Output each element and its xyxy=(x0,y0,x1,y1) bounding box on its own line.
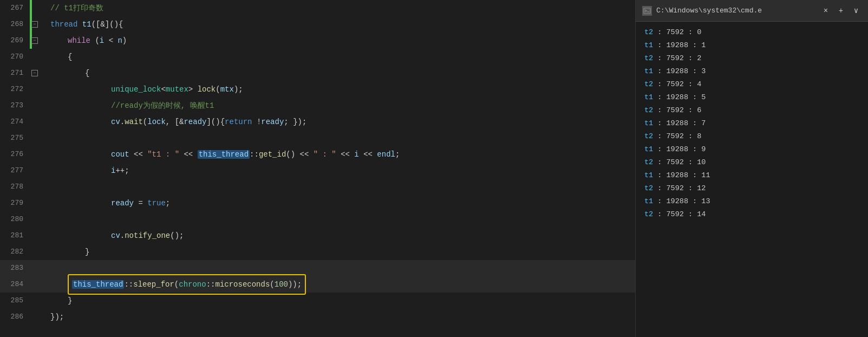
code-content: this_thread :: sleep_for ( chrono :: mic… xyxy=(40,276,635,293)
code-token: thread xyxy=(50,16,77,33)
line-number: 274 xyxy=(0,114,30,130)
code-token: t1 xyxy=(82,16,92,33)
line-number: 272 xyxy=(0,81,30,98)
terminal-header: C:\Windows\system32\cmd.e × + ∨ xyxy=(636,0,868,22)
code-content: i ++; xyxy=(40,163,635,179)
terminal-icon xyxy=(642,6,652,16)
code-content: cv . wait ( lock , [& ready ](){ return … xyxy=(40,114,635,130)
table-row: 267 // t1打印奇数 xyxy=(0,0,635,16)
gutter xyxy=(30,98,40,114)
terminal-line: t1 : 19288 : 13 xyxy=(644,195,859,208)
chevron-down-icon[interactable]: ∨ xyxy=(851,5,862,16)
line-number: 269 xyxy=(0,33,30,49)
code-content: while ( i < n ) xyxy=(40,33,635,49)
gutter xyxy=(30,211,40,228)
table-row: 273 //ready为假的时候, 唤醒t1 xyxy=(0,98,635,114)
terminal-line: t1 : 19288 : 9 xyxy=(644,143,859,156)
line-number: 285 xyxy=(0,293,30,309)
line-number: 286 xyxy=(0,309,30,325)
code-content: }); xyxy=(40,309,635,325)
line-number: 271 xyxy=(0,65,30,81)
line-number: 275 xyxy=(0,130,30,146)
gutter xyxy=(30,195,40,211)
terminal-line: t2 : 7592 : 10 xyxy=(644,156,859,169)
code-content: } xyxy=(40,244,635,260)
gutter xyxy=(30,0,40,16)
table-row: 278 xyxy=(0,179,635,195)
table-row: 274 cv . wait ( lock , [& ready ](){ ret… xyxy=(0,114,635,130)
close-button[interactable]: × xyxy=(820,5,831,16)
gutter xyxy=(30,293,40,309)
table-row: 284 this_thread :: sleep_for ( chrono ::… xyxy=(0,276,635,293)
code-content: unique_lock < mutex > lock ( mtx ); xyxy=(40,81,635,98)
line-number: 277 xyxy=(0,163,30,179)
table-row: 269 − while ( i < n ) xyxy=(0,33,635,49)
gutter xyxy=(30,163,40,179)
code-content: // t1打印奇数 xyxy=(40,0,635,16)
code-lines: 267 // t1打印奇数 268 − thread t1 ([&](){ xyxy=(0,0,635,325)
code-token: unique_lock xyxy=(111,81,161,98)
code-editor: 267 // t1打印奇数 268 − thread t1 ([&](){ xyxy=(0,0,635,337)
code-token: // t1打印奇数 xyxy=(50,0,103,16)
gutter xyxy=(30,49,40,65)
line-number: 279 xyxy=(0,195,30,211)
line-number: 282 xyxy=(0,244,30,260)
gutter xyxy=(30,276,40,293)
gutter xyxy=(30,228,40,244)
code-token: while xyxy=(68,33,90,49)
gutter xyxy=(30,130,40,146)
add-tab-button[interactable]: + xyxy=(836,5,846,16)
gutter: − xyxy=(30,16,40,33)
line-number: 267 xyxy=(0,0,30,16)
code-content: cout << "t1 : " << this_thread :: get_id… xyxy=(40,146,635,163)
table-row: 281 cv . notify_one (); xyxy=(0,228,635,244)
table-row: 268 − thread t1 ([&](){ xyxy=(0,16,635,33)
terminal-line: t1 : 19288 : 11 xyxy=(644,169,859,182)
fold-icon[interactable]: − xyxy=(31,21,38,28)
gutter xyxy=(30,260,40,276)
gutter: − xyxy=(30,33,40,49)
code-content xyxy=(40,211,635,228)
line-number: 273 xyxy=(0,98,30,114)
line-number: 276 xyxy=(0,146,30,163)
terminal-line: t2 : 7592 : 2 xyxy=(644,52,859,65)
terminal-line: t1 : 19288 : 3 xyxy=(644,65,859,78)
code-content: { xyxy=(40,49,635,65)
line-number: 281 xyxy=(0,228,30,244)
table-row: 271 − { xyxy=(0,65,635,81)
table-row: 277 i ++; xyxy=(0,163,635,179)
terminal-line: t2 : 7592 : 14 xyxy=(644,208,859,221)
code-content: //ready为假的时候, 唤醒t1 xyxy=(40,98,635,114)
terminal-line: t2 : 7592 : 8 xyxy=(644,130,859,143)
terminal-line: t1 : 19288 : 1 xyxy=(644,39,859,52)
table-row: 282 } xyxy=(0,244,635,260)
terminal-line: t2 : 7592 : 6 xyxy=(644,104,859,117)
table-row: 280 xyxy=(0,211,635,228)
terminal-line: t1 : 19288 : 7 xyxy=(644,117,859,130)
code-content: } xyxy=(40,293,635,309)
fold-icon[interactable]: − xyxy=(31,37,38,44)
code-content: cv . notify_one (); xyxy=(40,228,635,244)
terminal-line: t2 : 7592 : 12 xyxy=(644,182,859,195)
table-row: 276 cout << "t1 : " << this_thread :: ge… xyxy=(0,146,635,163)
table-row: 286 }); xyxy=(0,309,635,325)
table-row: 279 ready = true ; xyxy=(0,195,635,211)
code-content xyxy=(40,179,635,195)
line-number: 283 xyxy=(0,260,30,276)
terminal-panel: C:\Windows\system32\cmd.e × + ∨ t2 : 759… xyxy=(635,0,868,337)
line-number: 278 xyxy=(0,179,30,195)
terminal-line: t2 : 7592 : 4 xyxy=(644,78,859,91)
table-row: 270 { xyxy=(0,49,635,65)
fold-icon[interactable]: − xyxy=(31,70,38,76)
terminal-title: C:\Windows\system32\cmd.e xyxy=(656,7,816,15)
gutter: − xyxy=(30,65,40,81)
terminal-line: t1 : 19288 : 5 xyxy=(644,91,859,104)
table-row: 285 } xyxy=(0,293,635,309)
line-number: 270 xyxy=(0,49,30,65)
table-row: 272 unique_lock < mutex > lock ( mtx ); xyxy=(0,81,635,98)
table-row: 275 xyxy=(0,130,635,146)
code-content: thread t1 ([&](){ xyxy=(40,16,635,33)
code-content: { xyxy=(40,65,635,81)
terminal-body: t2 : 7592 : 0t1 : 19288 : 1t2 : 7592 : 2… xyxy=(636,22,868,337)
terminal-line: t2 : 7592 : 0 xyxy=(644,26,859,39)
